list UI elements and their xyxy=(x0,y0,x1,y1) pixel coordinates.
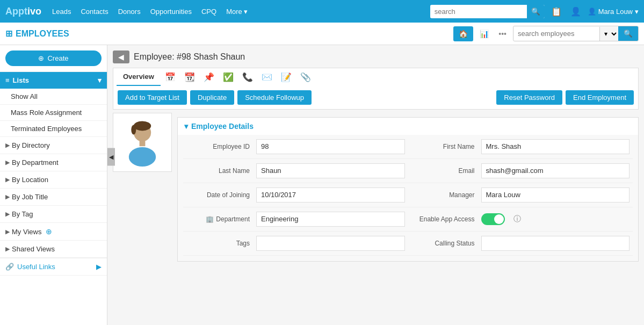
info-icon[interactable]: ⓘ xyxy=(513,214,521,224)
sidebar-group-shared-views[interactable]: ▶ Shared Views xyxy=(0,241,107,258)
more-options-icon[interactable]: ••• xyxy=(495,27,510,40)
chart-icon[interactable]: 📊 xyxy=(476,27,492,40)
schedule-followup-button[interactable]: Schedule Followup xyxy=(237,90,312,105)
reset-password-button[interactable]: Reset Password xyxy=(496,90,562,105)
employee-search: ▾ 🔍 xyxy=(513,26,639,41)
date-of-joining-value[interactable]: 10/10/2017 xyxy=(256,187,405,203)
global-search-input[interactable] xyxy=(430,5,527,18)
record-title: Employee: #98 Shash Shaun xyxy=(134,52,245,62)
employee-search-button[interactable]: 🔍 xyxy=(618,26,638,41)
sidebar-group-by-location[interactable]: ▶ By Location xyxy=(0,171,107,189)
employee-search-input[interactable] xyxy=(513,27,599,40)
tab-attach-icon[interactable]: 📎 xyxy=(296,69,315,85)
lists-header-left: ≡ Lists xyxy=(5,76,29,84)
tab-pin-icon[interactable]: 📌 xyxy=(199,69,219,85)
lists-icon: ≡ xyxy=(5,76,10,84)
sidebar-group-my-views[interactable]: ▶ My Views ⊕ xyxy=(0,223,107,241)
enable-app-access-field: Enable App Access ⓘ xyxy=(408,207,633,232)
tab-note-icon[interactable]: 📝 xyxy=(277,69,296,85)
home-button[interactable]: 🏠 xyxy=(453,26,473,41)
last-name-field: Last Name Shaun xyxy=(183,159,408,183)
nav-opportunities[interactable]: Opportunities xyxy=(150,8,192,16)
user-dropdown-icon: ▾ xyxy=(635,8,639,16)
last-name-value[interactable]: Shaun xyxy=(256,163,405,178)
first-name-label: First Name xyxy=(411,143,481,150)
tab-calendar-icon[interactable]: 📅 xyxy=(161,69,180,85)
arrow-icon-my-views: ▶ xyxy=(5,228,10,235)
tab-overview[interactable]: Overview xyxy=(117,68,161,86)
manager-value[interactable]: Mara Louw xyxy=(481,187,630,203)
employee-id-field: Employee ID 98 xyxy=(183,135,408,159)
end-employment-button[interactable]: End Employment xyxy=(566,90,634,105)
arrow-icon-tag: ▶ xyxy=(5,211,10,218)
nav-donors[interactable]: Donors xyxy=(118,8,141,16)
sidebar-group-by-tag[interactable]: ▶ By Tag xyxy=(0,206,107,223)
nav-contacts[interactable]: Contacts xyxy=(81,8,108,16)
sidebar-item-terminated[interactable]: Terminated Employees xyxy=(0,121,107,137)
enable-app-access-toggle[interactable] xyxy=(481,213,505,225)
create-button[interactable]: ⊕ Create xyxy=(5,50,102,66)
calling-status-field: Calling Status xyxy=(408,232,633,256)
add-to-target-button[interactable]: Add to Target List xyxy=(118,90,187,105)
global-search-button[interactable]: 🔍 xyxy=(527,5,545,18)
second-bar: ⊞ EMPLOYEES 🏠 📊 ••• ▾ 🔍 xyxy=(0,23,644,45)
svg-point-3 xyxy=(129,147,156,167)
sidebar-group-by-job-title[interactable]: ▶ By Job Title xyxy=(0,189,107,206)
employee-search-dropdown[interactable]: ▾ xyxy=(599,27,618,41)
tags-field: Tags xyxy=(183,232,408,256)
sidebar-useful-links[interactable]: 🔗 Useful Links ▶ xyxy=(0,258,107,276)
calling-status-value[interactable] xyxy=(481,236,630,251)
sidebar-item-show-all[interactable]: Show All xyxy=(0,89,107,105)
tags-value[interactable] xyxy=(256,236,405,251)
tab-phone-icon[interactable]: 📞 xyxy=(238,69,257,85)
help-icon[interactable]: 👤 xyxy=(568,4,583,19)
user-menu[interactable]: 👤 Mara Louw ▾ xyxy=(588,8,639,16)
nav-more[interactable]: More ▾ xyxy=(226,8,248,16)
tab-email-icon[interactable]: ✉️ xyxy=(257,69,277,85)
date-of-joining-label: Date of Joining xyxy=(186,191,256,199)
create-icon: ⊕ xyxy=(38,54,44,62)
email-value[interactable]: shash@gmail.com xyxy=(481,163,630,178)
right-action-buttons: Reset Password End Employment xyxy=(496,90,634,105)
department-label: 🏢 Department xyxy=(186,215,256,223)
fields-grid: Employee ID 98 First Name Mrs. Shash Las… xyxy=(178,135,638,261)
link-icon: 🔗 xyxy=(5,263,14,271)
nav-right: 🔍 📋 👤 👤 Mara Louw ▾ xyxy=(430,4,639,19)
sidebar-item-mass-role[interactable]: Mass Role Assignment xyxy=(0,105,107,121)
department-value[interactable]: Engineering xyxy=(256,212,405,227)
arrow-icon-shared-views: ▶ xyxy=(5,245,10,252)
tab-check-icon[interactable]: ✅ xyxy=(219,69,238,85)
svg-point-2 xyxy=(131,125,136,135)
department-icon: 🏢 xyxy=(206,215,214,223)
calling-status-label: Calling Status xyxy=(411,240,481,247)
sidebar-group-by-directory[interactable]: ▶ By Directory xyxy=(0,137,107,154)
toggle-sidebar-button[interactable]: ◀ xyxy=(107,148,115,166)
arrow-icon-job-title: ▶ xyxy=(5,193,10,200)
tab-date-icon[interactable]: 📆 xyxy=(180,69,199,85)
date-of-joining-field: Date of Joining 10/10/2017 xyxy=(183,183,408,207)
main-layout: ⊕ Create ≡ Lists ▾ Show All Mass Role As… xyxy=(0,45,644,325)
main-content: ◀ Employee: #98 Shash Shaun Overview 📅 📆… xyxy=(107,45,644,325)
sidebar: ⊕ Create ≡ Lists ▾ Show All Mass Role As… xyxy=(0,45,107,325)
employee-id-value[interactable]: 98 xyxy=(256,139,405,154)
nav-leads[interactable]: Leads xyxy=(52,8,71,16)
tabs-bar: Overview 📅 📆 📌 ✅ 📞 ✉️ 📝 📎 xyxy=(113,68,639,86)
enable-app-access-label: Enable App Access xyxy=(411,215,481,223)
back-button[interactable]: ◀ xyxy=(113,50,129,63)
my-views-add-icon[interactable]: ⊕ xyxy=(46,227,52,236)
duplicate-button[interactable]: Duplicate xyxy=(190,90,234,105)
svg-point-1 xyxy=(134,121,151,131)
details-section-header[interactable]: ▾ Employee Details xyxy=(178,118,638,135)
first-name-value[interactable]: Mrs. Shash xyxy=(481,139,630,154)
email-field: Email shash@gmail.com xyxy=(408,159,633,183)
details-section-title: Employee Details xyxy=(191,122,254,131)
tags-label: Tags xyxy=(186,240,256,247)
department-field: 🏢 Department Engineering xyxy=(183,207,408,232)
sidebar-group-by-department[interactable]: ▶ By Department xyxy=(0,154,107,171)
notifications-icon[interactable]: 📋 xyxy=(549,4,564,19)
breadcrumb-bar: ◀ Employee: #98 Shash Shaun xyxy=(113,50,639,63)
lists-header[interactable]: ≡ Lists ▾ xyxy=(0,72,107,89)
global-search: 🔍 xyxy=(430,5,545,18)
nav-cpq[interactable]: CPQ xyxy=(201,8,216,16)
employee-overview: ▾ Employee Details Employee ID 98 First … xyxy=(113,113,639,262)
